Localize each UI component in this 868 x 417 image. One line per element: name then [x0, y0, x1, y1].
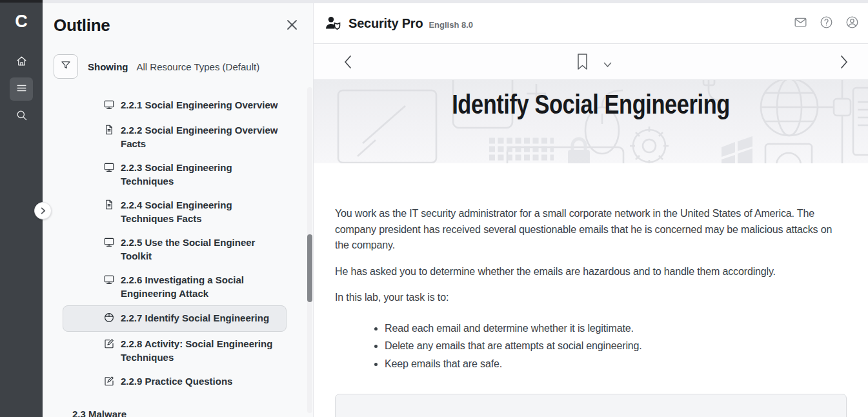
app-logo-letter: C: [15, 12, 28, 32]
page-title: Identify Social Engineering: [369, 88, 812, 120]
previous-lesson-button[interactable]: [343, 55, 352, 72]
pencil-square-icon: [103, 338, 115, 352]
outline-item[interactable]: 2.2.8 Activity: Social Engineering Techn…: [103, 332, 287, 369]
outline-scrollbar: [307, 87, 312, 413]
outline-item-label: 2.2.8 Activity: Social Engineering Techn…: [121, 337, 282, 364]
help-button[interactable]: [820, 15, 833, 32]
document-icon: [103, 199, 115, 213]
note-box: Hold your mouse over the embedded links …: [335, 394, 847, 417]
hamburger-menu-icon: [15, 82, 28, 97]
filter-button[interactable]: [54, 54, 78, 79]
outline-item-label: 2.2.2 Social Engineering Overview Facts: [121, 123, 282, 150]
outline-title: Outline: [54, 15, 110, 36]
scenario-paragraph: You work as the IT security administrato…: [335, 206, 847, 254]
lesson-navbar: [314, 44, 868, 80]
mail-button[interactable]: [794, 15, 807, 32]
scenario-paragraph: He has asked you to determine whether th…: [335, 264, 847, 280]
outline-item-label: 2.2.1 Social Engineering Overview: [121, 98, 278, 112]
bookmark-button[interactable]: [576, 53, 589, 73]
home-icon: [15, 55, 28, 70]
monitor-icon: [103, 274, 115, 288]
outline-list: 2.2.1 Social Engineering Overview2.2.2 S…: [43, 93, 313, 417]
mouse-icon: [103, 312, 115, 326]
course-language: English 8.0: [429, 20, 473, 30]
person-circle-icon: [845, 15, 859, 32]
question-circle-icon: [820, 15, 833, 32]
close-icon: [287, 21, 298, 32]
outline-panel: Outline Showing All Resource Types (Defa…: [43, 3, 314, 417]
outline-item-selected[interactable]: 2.2.7 Identify Social Engineering: [63, 305, 287, 332]
outline-item-label: 2.2.5 Use the Social Engineer Toolkit: [121, 236, 282, 263]
app-logo[interactable]: C: [0, 3, 43, 40]
task-list-item: Keep emails that are safe.: [385, 357, 847, 371]
filter-showing-label: Showing: [88, 61, 128, 72]
task-list-item: Read each email and determine whether it…: [385, 321, 847, 336]
search-icon: [15, 109, 28, 124]
task-list-item: Delete any emails that are attempts at s…: [385, 339, 847, 353]
sidebar-home-button[interactable]: [10, 50, 33, 74]
monitor-icon: [103, 161, 115, 176]
sidebar-outline-button[interactable]: [10, 77, 33, 101]
main-content: Security Pro English 8.0: [314, 3, 868, 417]
outline-item[interactable]: 2.2.2 Social Engineering Overview Facts: [103, 118, 287, 156]
outline-item-label: 2.2.6 Investigating a Social Engineering…: [121, 273, 282, 300]
scenario-paragraphs: You work as the IT security administrato…: [335, 206, 847, 306]
outline-item[interactable]: 2.2.3 Social Engineering Techniques: [103, 156, 287, 193]
pencil-square-icon: [103, 375, 115, 389]
chevron-right-icon: [39, 205, 46, 217]
bookmark-icon: [576, 61, 589, 72]
monitor-icon: [103, 236, 115, 250]
monitor-icon: [103, 99, 115, 113]
outline-item[interactable]: 2.2.6 Investigating a Social Engineering…: [103, 268, 287, 305]
close-outline-button[interactable]: [287, 19, 298, 33]
outline-section-header: 2.3 Malware: [72, 403, 313, 417]
course-header: Security Pro English 8.0: [314, 3, 868, 44]
outline-item[interactable]: 2.2.4 Social Engineering Techniques Fact…: [103, 193, 287, 230]
filter-funnel-icon: [60, 59, 72, 74]
task-list: Read each email and determine whether it…: [335, 321, 847, 371]
chevron-left-icon: [343, 60, 352, 71]
outline-item[interactable]: 2.2.5 Use the Social Engineer Toolkit: [103, 230, 287, 268]
chevron-down-icon: [603, 59, 612, 70]
lesson-banner: Identify Social Engineering: [314, 80, 868, 163]
chevron-right-icon: [840, 60, 849, 71]
document-icon: [103, 124, 115, 138]
outline-item-label: 2.2.7 Identify Social Engineering: [121, 311, 269, 325]
outline-item-label: 2.2.3 Social Engineering Techniques: [121, 161, 282, 188]
panel-expand-button[interactable]: [34, 202, 52, 219]
sidebar-search-button[interactable]: [10, 105, 33, 128]
course-shield-person-icon: [325, 15, 341, 31]
scenario-paragraph: In this lab, your task is to:: [335, 290, 847, 306]
envelope-icon: [794, 15, 807, 32]
course-title: Security Pro: [348, 16, 423, 31]
outline-item-label: 2.2.9 Practice Questions: [121, 374, 232, 388]
bookmark-menu-button[interactable]: [603, 59, 612, 70]
next-lesson-button[interactable]: [840, 55, 849, 72]
filter-value: All Resource Types (Default): [137, 61, 260, 72]
account-button[interactable]: [845, 15, 859, 32]
outline-item-label: 2.2.4 Social Engineering Techniques Fact…: [121, 198, 282, 225]
lesson-article: You work as the IT security administrato…: [314, 163, 868, 417]
outline-item[interactable]: 2.2.1 Social Engineering Overview: [103, 93, 287, 118]
outline-scrollbar-thumb[interactable]: [307, 234, 312, 302]
outline-item[interactable]: 2.2.9 Practice Questions: [103, 369, 287, 394]
